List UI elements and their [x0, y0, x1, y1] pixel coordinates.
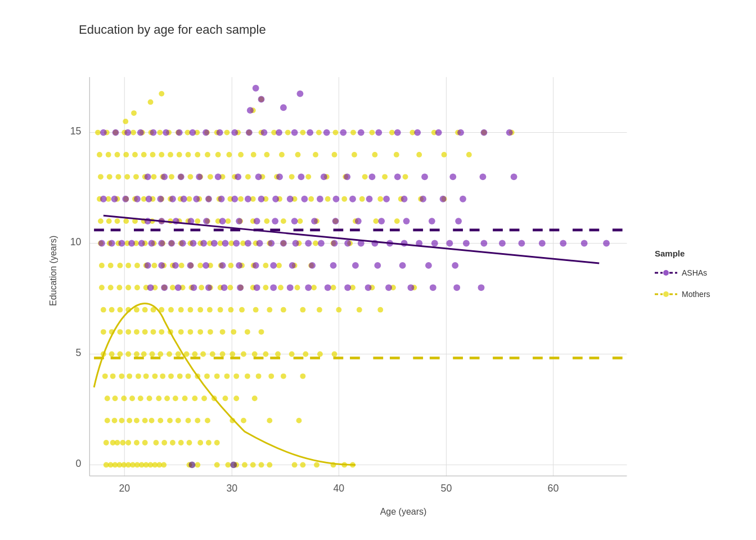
svg-text:30: 30	[226, 483, 237, 494]
svg-point-415	[305, 240, 312, 247]
svg-point-112	[233, 374, 239, 379]
svg-point-132	[220, 352, 226, 357]
svg-point-533	[272, 218, 278, 224]
svg-point-483	[457, 129, 464, 136]
svg-point-78	[241, 418, 246, 424]
svg-point-530	[219, 218, 226, 224]
svg-point-478	[358, 129, 364, 136]
svg-point-557	[480, 173, 487, 180]
svg-point-349	[279, 152, 285, 158]
svg-point-220	[197, 263, 203, 268]
svg-text:5: 5	[76, 347, 82, 358]
svg-point-299	[325, 196, 331, 202]
svg-point-86	[147, 395, 152, 401]
svg-point-354	[372, 152, 377, 158]
svg-point-203	[311, 285, 317, 290]
svg-point-101	[136, 374, 141, 379]
svg-point-503	[385, 284, 392, 291]
svg-text:15: 15	[70, 125, 82, 137]
legend-item-mothers: Mothers	[655, 289, 710, 300]
svg-point-130	[200, 352, 206, 357]
svg-point-345	[226, 152, 232, 158]
svg-point-105	[168, 374, 174, 379]
svg-point-33	[161, 462, 166, 467]
svg-point-502	[365, 284, 372, 291]
svg-point-39	[242, 462, 248, 467]
svg-point-163	[134, 307, 140, 313]
svg-point-454	[366, 196, 373, 202]
svg-point-403	[168, 240, 175, 247]
svg-point-493	[205, 284, 212, 291]
svg-point-413	[280, 240, 287, 247]
svg-point-481	[414, 129, 421, 136]
svg-point-140	[317, 352, 323, 357]
legend-area: Sample ASHAs	[644, 43, 745, 505]
svg-point-70	[149, 418, 155, 424]
svg-point-411	[256, 240, 263, 247]
svg-point-484	[480, 129, 487, 136]
svg-point-306	[98, 174, 104, 179]
svg-point-318	[208, 174, 213, 179]
svg-point-212	[125, 263, 131, 268]
svg-point-51	[115, 440, 120, 446]
svg-point-511	[187, 262, 194, 269]
svg-point-464	[150, 129, 157, 136]
svg-point-438	[146, 196, 152, 202]
svg-point-310	[133, 174, 139, 179]
svg-point-114	[256, 374, 262, 379]
svg-point-462	[124, 129, 131, 136]
svg-point-175	[253, 307, 259, 313]
svg-point-331	[97, 152, 102, 158]
svg-point-125	[158, 352, 163, 357]
svg-point-215	[152, 263, 158, 268]
svg-point-204	[331, 285, 336, 290]
svg-point-390	[123, 119, 128, 124]
svg-point-155	[220, 329, 226, 335]
svg-point-560	[230, 462, 237, 469]
svg-point-183	[99, 285, 105, 290]
svg-point-55	[142, 440, 148, 446]
svg-point-340	[177, 152, 182, 158]
svg-point-68	[134, 418, 140, 424]
svg-point-558	[511, 173, 518, 180]
svg-point-400	[138, 240, 145, 247]
svg-point-129	[192, 352, 197, 357]
svg-point-380	[316, 130, 322, 136]
svg-point-36	[214, 462, 220, 467]
svg-point-504	[407, 284, 414, 291]
svg-point-333	[115, 152, 120, 158]
svg-point-559	[189, 462, 196, 469]
svg-point-87	[156, 395, 161, 401]
svg-point-456	[401, 196, 408, 202]
svg-point-352	[332, 152, 338, 158]
svg-point-67	[127, 418, 132, 424]
svg-point-435	[111, 196, 118, 202]
svg-point-552	[344, 173, 350, 180]
svg-point-491	[175, 284, 182, 291]
svg-point-378	[285, 130, 291, 136]
svg-point-477	[340, 129, 346, 136]
svg-point-495	[237, 284, 244, 291]
svg-point-508	[145, 262, 151, 269]
svg-point-65	[112, 418, 118, 424]
svg-point-430	[539, 240, 546, 247]
svg-point-88	[164, 395, 170, 401]
svg-point-98	[110, 374, 116, 379]
svg-point-59	[178, 440, 184, 446]
svg-point-358	[466, 152, 472, 158]
svg-point-159	[101, 307, 106, 313]
svg-point-74	[186, 418, 191, 424]
svg-point-213	[134, 263, 140, 268]
svg-point-308	[116, 174, 122, 179]
svg-point-316	[188, 174, 194, 179]
svg-point-344	[215, 152, 221, 158]
svg-point-69	[142, 418, 148, 424]
svg-point-321	[245, 174, 251, 179]
svg-point-42	[267, 462, 272, 467]
svg-point-152	[188, 329, 194, 335]
svg-point-181	[357, 307, 362, 313]
svg-point-115	[268, 374, 274, 379]
svg-point-485	[506, 129, 513, 136]
y-axis-label: Education (years)	[45, 43, 62, 498]
svg-point-329	[382, 174, 388, 179]
